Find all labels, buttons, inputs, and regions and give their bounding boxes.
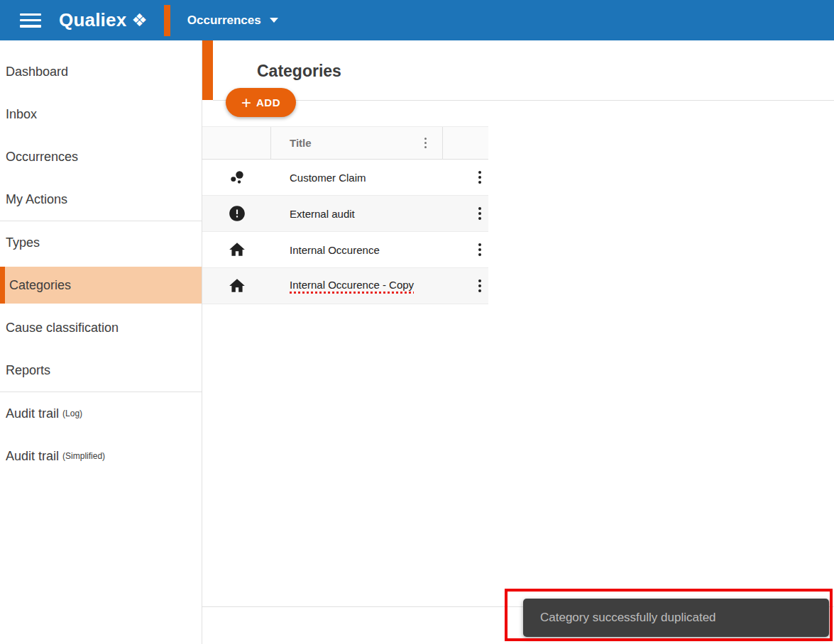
row-actions-kebab-icon[interactable]	[476, 277, 484, 295]
sidebar-item-cause-classification[interactable]: Cause classification	[0, 306, 202, 349]
error-icon	[202, 204, 271, 223]
row-actions-kebab-icon[interactable]	[476, 204, 484, 223]
column-menu-kebab-icon[interactable]	[422, 135, 430, 152]
home-icon	[202, 240, 271, 259]
sidebar-item-label: Categories	[9, 278, 71, 293]
spellcheck-underlined-title: Internal Occurence - Copy	[290, 279, 414, 294]
sidebar-item-label: Audit trail	[6, 449, 59, 464]
add-button[interactable]: + ADD	[226, 88, 296, 117]
app-bar: Qualiex ❖ Occurrences	[0, 0, 834, 40]
title-divider	[213, 100, 834, 101]
category-title: Internal Occurence	[271, 244, 443, 256]
brand-logo: Qualiex ❖	[59, 9, 148, 31]
table-row[interactable]: External audit	[202, 196, 488, 232]
sidebar-item-label: Reports	[6, 363, 50, 378]
module-label: Occurrences	[187, 13, 261, 28]
table-row[interactable]: Internal Occurence	[202, 232, 488, 268]
sidebar-item-label: Cause classification	[6, 321, 119, 335]
category-title: External audit	[271, 208, 443, 220]
sidebar-item-label: Dashboard	[6, 65, 68, 79]
table-header-actions-col	[443, 127, 488, 159]
table-header-icon-col	[202, 127, 271, 159]
sidebar-item-label: Occurrences	[6, 150, 78, 165]
sidebar-item-label: Types	[6, 235, 40, 250]
sidebar-item-reports[interactable]: Reports	[0, 349, 202, 392]
sidebar-item-categories[interactable]: Categories	[0, 267, 202, 304]
table-header-title-col[interactable]: Title	[271, 127, 443, 159]
menu-hamburger-icon[interactable]	[20, 13, 41, 28]
module-switcher[interactable]: Occurrences	[187, 13, 278, 28]
row-actions-kebab-icon[interactable]	[476, 240, 484, 259]
sidebar-item-dashboard[interactable]: Dashboard	[0, 50, 202, 93]
page-title: Categories	[257, 62, 341, 81]
sidebar-item-inbox[interactable]: Inbox	[0, 93, 202, 135]
column-header-title: Title	[290, 137, 312, 149]
sidebar-item-label: Inbox	[6, 107, 37, 122]
sidebar-item-suffix: (Simplified)	[62, 451, 105, 461]
sidebar-item-my-actions[interactable]: My Actions	[0, 178, 202, 221]
table-row[interactable]: Internal Occurence - Copy	[202, 268, 488, 304]
sidebar-item-label: Audit trail	[6, 406, 59, 421]
category-title: Internal Occurence - Copy	[271, 279, 443, 294]
toast-message: Category successfully duplicated	[540, 611, 716, 625]
category-title: Customer Claim	[271, 172, 443, 184]
sidebar-item-label: My Actions	[6, 192, 67, 207]
table-row[interactable]: Customer Claim	[202, 160, 488, 196]
sidebar-item-types[interactable]: Types	[0, 221, 202, 264]
table-header-row: Title	[202, 126, 488, 160]
toast-notification: Category successfully duplicated	[523, 599, 829, 637]
brand-diamond-icon: ❖	[131, 11, 147, 29]
sidebar-item-audit-trail-log[interactable]: Audit trail (Log)	[0, 392, 202, 435]
row-actions-kebab-icon[interactable]	[476, 168, 484, 187]
categories-table: Title Customer Claim External audit	[202, 126, 488, 304]
chevron-down-icon	[270, 18, 278, 23]
sidebar: Dashboard Inbox Occurrences My Actions T…	[0, 40, 202, 644]
plus-icon: +	[241, 94, 251, 111]
brand-name: Qualiex	[59, 9, 126, 31]
sidebar-item-suffix: (Log)	[62, 409, 82, 418]
sidebar-item-occurrences[interactable]: Occurrences	[0, 135, 202, 178]
page-accent-bar	[202, 40, 213, 100]
appbar-orange-divider	[164, 5, 170, 36]
sidebar-item-audit-trail-simplified[interactable]: Audit trail (Simplified)	[0, 435, 202, 477]
bubble-chart-icon	[202, 168, 271, 187]
home-icon	[202, 277, 271, 295]
main-content: Categories + ADD Title Customer Claim	[202, 40, 834, 644]
